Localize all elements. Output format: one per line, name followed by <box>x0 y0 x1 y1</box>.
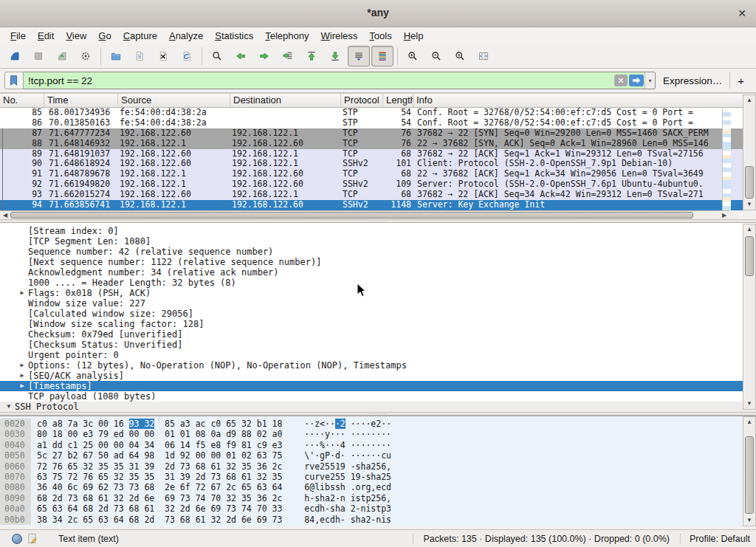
packet-row-93[interactable]: 9371.662015274192.168.122.60192.168.122.… <box>0 190 756 200</box>
scroll-up-icon[interactable]: ▲ <box>743 95 755 106</box>
start-capture-button[interactable] <box>4 46 26 66</box>
column-header-destination[interactable]: Destination <box>230 94 341 107</box>
stop-capture-button[interactable] <box>27 46 49 66</box>
scroll-up-icon[interactable]: ▲ <box>743 417 755 427</box>
close-file-button[interactable] <box>152 46 174 66</box>
scrollbar-thumb[interactable] <box>745 436 754 514</box>
detail-line-16[interactable]: TCP payload (1080 bytes) <box>0 391 756 402</box>
hex-row-0050[interactable]: 00505c 27 b2 67 50 ad 64 98 1d 92 00 00 … <box>0 450 756 461</box>
detail-line-11[interactable]: [Checksum Status: Unverified] <box>0 340 756 350</box>
zoom-original-button[interactable] <box>449 46 471 66</box>
restart-capture-button[interactable] <box>51 46 73 66</box>
detail-line-4[interactable]: Acknowledgment number: 34 (relative ack … <box>0 267 756 278</box>
resize-columns-button[interactable] <box>472 46 495 66</box>
open-file-button[interactable] <box>105 46 127 66</box>
colorize-button[interactable] <box>371 46 394 66</box>
menu-telephony[interactable]: Telephony <box>259 29 315 43</box>
filter-bookmark-button[interactable] <box>4 72 24 89</box>
hex-row-0080[interactable]: 008036 40 6c 69 62 73 73 68 2e 6f 72 67 … <box>0 482 756 492</box>
packet-row-94[interactable]: 9471.663856741192.168.122.1192.168.122.6… <box>0 200 756 210</box>
expert-info-icon[interactable] <box>12 534 22 544</box>
expand-icon[interactable]: ▶ <box>16 360 28 371</box>
packet-row-92[interactable]: 9271.661949820192.168.122.1192.168.122.6… <box>0 179 756 190</box>
auto-scroll-button[interactable] <box>348 46 370 66</box>
column-header-length[interactable]: Length <box>383 94 413 107</box>
packet-list-minimap[interactable] <box>722 108 731 210</box>
menu-analyze[interactable]: Analyze <box>163 29 209 43</box>
detail-line-1[interactable]: [TCP Segment Len: 1080] <box>0 236 756 247</box>
column-header-source[interactable]: Source <box>118 94 230 107</box>
scrollbar-thumb[interactable] <box>745 166 754 199</box>
save-file-button[interactable] <box>128 46 151 66</box>
column-header-time[interactable]: Time <box>44 94 118 107</box>
column-header-no[interactable]: No. <box>0 94 44 107</box>
hex-row-0030[interactable]: 003080 18 00 e3 79 ed 00 00 01 01 08 0a … <box>0 429 756 439</box>
hex-row-0070[interactable]: 007063 75 72 76 65 32 35 35 31 39 2d 73 … <box>0 472 756 482</box>
scroll-up-icon[interactable]: ▲ <box>743 224 755 235</box>
collapse-icon[interactable]: ▼ <box>3 402 15 412</box>
expand-icon[interactable]: ▶ <box>16 371 28 381</box>
detail-line-17[interactable]: ▼SSH Protocol <box>0 402 756 412</box>
capture-options-button[interactable] <box>75 46 97 66</box>
packet-row-86[interactable]: 8670.013850163fe:54:00:d4:38:2aSTP54Conf… <box>0 118 756 128</box>
scroll-down-icon[interactable]: ▼ <box>743 399 755 409</box>
menu-help[interactable]: Help <box>398 29 430 43</box>
go-forward-button[interactable] <box>253 46 275 66</box>
menu-edit[interactable]: Edit <box>32 29 60 43</box>
packet-list-hscrollbar[interactable]: ◀ ▶ <box>0 210 729 219</box>
go-last-button[interactable] <box>324 46 346 66</box>
go-first-button[interactable] <box>300 46 323 66</box>
expand-icon[interactable]: ▶ <box>16 381 28 391</box>
packet-row-91[interactable]: 9171.648789678192.168.122.1192.168.122.6… <box>0 169 756 179</box>
detail-line-6[interactable]: ▶Flags: 0x018 (PSH, ACK) <box>0 288 756 298</box>
menu-view[interactable]: View <box>60 29 92 43</box>
details-scrollbar[interactable]: ▲ ▼ <box>743 224 756 410</box>
scroll-left-icon[interactable]: ◀ <box>1 212 10 219</box>
filter-history-dropdown[interactable]: ▾ <box>645 72 655 89</box>
zoom-out-button[interactable] <box>425 46 447 66</box>
column-header-info[interactable]: Info <box>413 94 756 107</box>
packet-row-89[interactable]: 8971.648191037192.168.122.60192.168.122.… <box>0 149 756 159</box>
menu-tools[interactable]: Tools <box>363 29 397 43</box>
scroll-down-icon[interactable]: ▼ <box>743 199 755 210</box>
hscrollbar-thumb[interactable] <box>10 212 693 219</box>
find-packet-button[interactable] <box>206 46 228 66</box>
detail-line-13[interactable]: ▶Options: (12 bytes), No-Operation (NOP)… <box>0 360 756 371</box>
menu-file[interactable]: File <box>4 29 32 43</box>
packet-list-scrollbar[interactable]: ▲ ▼ <box>743 94 756 210</box>
detail-line-10[interactable]: Checksum: 0x79ed [unverified] <box>0 329 756 340</box>
detail-line-12[interactable]: Urgent pointer: 0 <box>0 350 756 360</box>
close-window-button[interactable]: ✕ <box>735 7 749 20</box>
hex-row-0040[interactable]: 0040a1 dd c1 25 00 00 04 34 06 14 f5 e8 … <box>0 440 756 450</box>
detail-line-15[interactable]: ▶[Timestamps] <box>0 381 756 391</box>
packet-row-88[interactable]: 8871.648146932192.168.122.1192.168.122.6… <box>0 139 756 149</box>
menu-capture[interactable]: Capture <box>117 29 163 43</box>
menu-statistics[interactable]: Statistics <box>209 29 259 43</box>
go-to-packet-button[interactable] <box>277 46 299 66</box>
filter-clear-button[interactable]: ✕ <box>614 75 628 86</box>
bytes-scrollbar[interactable]: ▲ ▼ <box>743 416 756 526</box>
detail-line-9[interactable]: [Window size scaling factor: 128] <box>0 319 756 329</box>
menu-go[interactable]: Go <box>92 29 117 43</box>
detail-line-14[interactable]: ▶[SEQ/ACK analysis] <box>0 371 756 381</box>
detail-line-3[interactable]: [Next sequence number: 1122 (relative se… <box>0 257 756 267</box>
menu-wireless[interactable]: Wireless <box>315 29 364 43</box>
detail-line-2[interactable]: Sequence number: 42 (relative sequence n… <box>0 247 756 257</box>
display-filter-input[interactable] <box>24 72 614 89</box>
detail-line-8[interactable]: [Calculated window size: 29056] <box>0 309 756 319</box>
filter-apply-button[interactable] <box>629 75 644 86</box>
expand-icon[interactable]: ▶ <box>16 288 28 298</box>
profile-text[interactable]: Profile: Default <box>681 534 750 544</box>
detail-line-7[interactable]: Window size value: 227 <box>0 298 756 309</box>
hex-row-0090[interactable]: 009068 2d 73 68 61 32 2d 6e 69 73 74 70 … <box>0 493 756 503</box>
reload-file-button[interactable] <box>176 46 198 66</box>
scrollbar-thumb[interactable] <box>745 236 754 276</box>
capture-comment-icon[interactable] <box>27 533 38 544</box>
zoom-in-button[interactable] <box>402 46 424 66</box>
packet-row-87[interactable]: 8771.647777234192.168.122.60192.168.122.… <box>0 128 756 139</box>
scroll-right-icon[interactable]: ▶ <box>720 212 729 219</box>
packet-row-90[interactable]: 9071.648618924192.168.122.60192.168.122.… <box>0 159 756 169</box>
hex-row-00a0[interactable]: 00a065 63 64 68 2d 73 68 61 32 2d 6e 69 … <box>0 503 756 514</box>
go-back-button[interactable] <box>230 46 252 66</box>
column-header-protocol[interactable]: Protocol <box>341 94 383 107</box>
